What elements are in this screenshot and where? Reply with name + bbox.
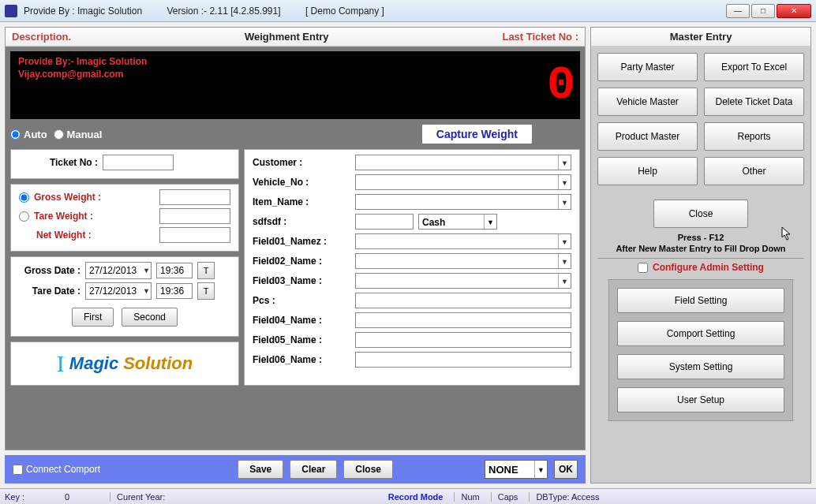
customer-combo[interactable]: ▼: [355, 155, 571, 170]
export-excel-button[interactable]: Export To Excel: [704, 53, 804, 81]
second-button[interactable]: Second: [122, 308, 178, 327]
master-entry-title: Master Entry: [597, 31, 804, 43]
ticket-no-label: Ticket No :: [19, 157, 98, 168]
field05-input[interactable]: [355, 332, 571, 348]
ok-button[interactable]: OK: [554, 460, 578, 479]
tare-weight-input[interactable]: [159, 208, 230, 224]
gross-date-input[interactable]: 27/12/2013▼: [85, 262, 152, 279]
user-setup-button[interactable]: User Setup: [617, 387, 784, 413]
action-bar: Connect Comport Save Clear Close NONE▼ O…: [5, 455, 586, 483]
vehicle-master-button[interactable]: Vehicle Master: [597, 88, 698, 116]
field06-input[interactable]: [355, 352, 571, 368]
ticket-no-input[interactable]: [103, 155, 174, 170]
configure-admin-checkbox[interactable]: [638, 263, 648, 273]
titlebar: Provide By : Imagic Solution Version :- …: [0, 0, 816, 22]
item-name-combo[interactable]: ▼: [355, 194, 571, 210]
app-icon: [5, 5, 17, 17]
pcs-label: Pcs :: [253, 295, 355, 306]
gross-time-input[interactable]: [156, 263, 193, 278]
tare-date-input[interactable]: 27/12/2013▼: [85, 282, 152, 300]
close-button[interactable]: ✕: [777, 4, 811, 18]
vehicle-no-label: Vehicle_No :: [253, 177, 355, 188]
last-ticket-label: Last Ticket No :: [502, 31, 578, 43]
field04-label: Field04_Name :: [253, 315, 355, 326]
record-mode-label: Record Mode: [388, 492, 444, 502]
display-line2: Vijay.comp@gmail.com: [18, 69, 147, 81]
field03-combo[interactable]: ▼: [355, 273, 571, 289]
logo: I Magic Solution: [10, 342, 239, 386]
company: [ Demo Company ]: [305, 6, 384, 17]
auto-radio[interactable]: Auto: [10, 129, 47, 140]
help-button[interactable]: Help: [597, 157, 698, 185]
configure-admin-label: Configure Admin Setting: [653, 262, 764, 273]
other-button[interactable]: Other: [704, 157, 804, 185]
cash-combo[interactable]: Cash▼: [418, 214, 497, 230]
sdfsdf-input[interactable]: [355, 214, 414, 230]
provide-by: Provide By : Imagic Solution: [24, 6, 142, 17]
version: Version :- 2.11 [4.2.85.991]: [167, 6, 280, 17]
product-master-button[interactable]: Product Master: [597, 122, 698, 151]
status-key-value: 0: [36, 492, 99, 502]
tare-weight-label: Tare Weight :: [34, 211, 155, 222]
field01-label: Field01_Namez :: [253, 236, 355, 247]
none-combo[interactable]: NONE▼: [485, 460, 548, 479]
gross-time-button[interactable]: T: [197, 262, 215, 279]
weight-display: Provide By:- Imagic Solution Vijay.comp@…: [10, 51, 580, 119]
gross-weight-input[interactable]: [159, 189, 230, 205]
gross-date-label: Gross Date :: [19, 265, 80, 276]
tare-date-label: Tare Date :: [19, 286, 80, 297]
field02-combo[interactable]: ▼: [355, 253, 571, 269]
gross-weight-radio[interactable]: [19, 192, 29, 203]
field01-combo[interactable]: ▼: [355, 233, 571, 249]
maximize-button[interactable]: □: [751, 4, 775, 18]
net-weight-input[interactable]: [159, 227, 230, 243]
status-key-label: Key :: [5, 492, 24, 502]
gross-weight-label: Gross Weight :: [34, 192, 155, 203]
weight-digit: 0: [547, 58, 572, 112]
master-close-button[interactable]: Close: [653, 200, 748, 228]
dbtype-label: DBType: Access: [529, 492, 599, 502]
display-line1: Provide By:- Imagic Solution: [18, 56, 147, 69]
field04-input[interactable]: [355, 312, 571, 328]
clear-button[interactable]: Clear: [290, 460, 337, 479]
field06-label: Field06_Name :: [253, 354, 355, 365]
weighment-title: Weighment Entry: [71, 31, 502, 43]
item-name-label: Item_Name :: [253, 196, 355, 207]
pcs-input[interactable]: [355, 293, 571, 308]
field05-label: Field05_Name :: [253, 334, 355, 345]
minimize-button[interactable]: —: [726, 4, 750, 18]
status-year-label: Curent Year:: [110, 492, 165, 502]
close-action-button[interactable]: Close: [343, 460, 393, 479]
system-setting-button[interactable]: System Setting: [617, 354, 784, 379]
net-weight-label: Net Weight :: [36, 230, 155, 241]
field03-label: Field03_Name :: [253, 275, 355, 286]
vehicle-no-combo[interactable]: ▼: [355, 174, 571, 190]
save-button[interactable]: Save: [238, 460, 283, 479]
title-text: Provide By : Imagic Solution Version :- …: [24, 6, 406, 17]
master-entry-header: Master Entry: [591, 28, 810, 47]
tare-time-input[interactable]: [156, 283, 193, 299]
customer-label: Customer :: [253, 157, 355, 168]
press-hint-label: After New Master Entry to Fill Drop Down: [597, 244, 804, 253]
sdfsdf-label: sdfsdf :: [253, 216, 355, 227]
connect-comport-checkbox[interactable]: Connect Comport: [13, 464, 100, 475]
field-setting-button[interactable]: Field Setting: [617, 288, 784, 313]
tare-weight-radio[interactable]: [19, 211, 29, 222]
tare-time-button[interactable]: T: [197, 282, 215, 300]
capture-weight-button[interactable]: Capture Weight: [421, 124, 533, 144]
caps-label: Caps: [491, 492, 518, 502]
first-button[interactable]: First: [72, 308, 114, 327]
delete-ticket-button[interactable]: Delete Ticket Data: [704, 88, 804, 116]
weighment-header: Description. Weighment Entry Last Ticket…: [6, 28, 585, 47]
num-label: Num: [454, 492, 479, 502]
description-label: Description.: [12, 31, 71, 43]
press-f12-label: Press - F12: [597, 233, 804, 242]
reports-button[interactable]: Reports: [704, 122, 804, 151]
comport-setting-button[interactable]: Comport Setting: [617, 321, 784, 346]
party-master-button[interactable]: Party Master: [597, 53, 698, 81]
manual-radio[interactable]: Manual: [54, 129, 103, 140]
field02-label: Field02_Name :: [253, 256, 355, 267]
statusbar: Key : 0 Curent Year: Record Mode Num Cap…: [0, 488, 816, 504]
